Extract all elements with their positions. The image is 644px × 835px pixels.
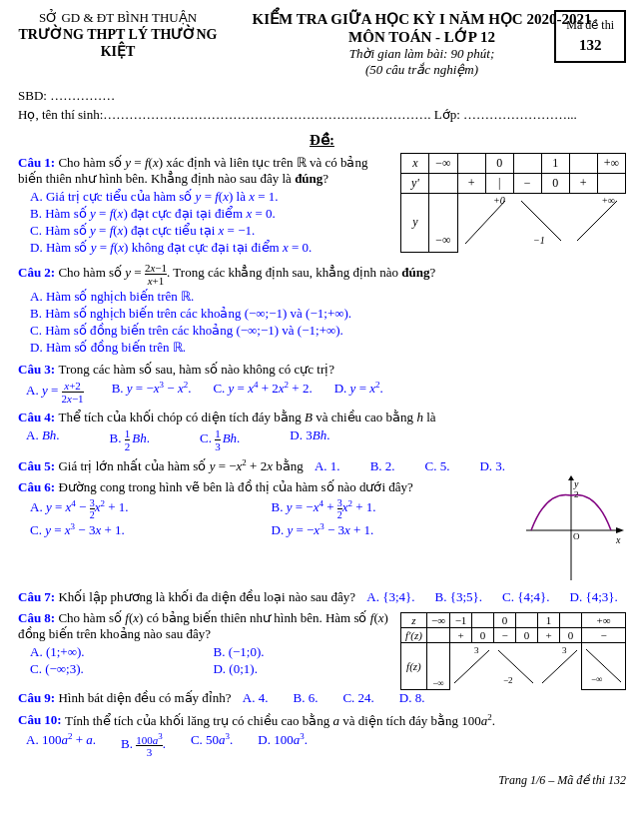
q3-answers: A. y = x+22x−1 B. y = −x3 − x2. C. y = x… xyxy=(26,380,626,405)
q4-ans-b: B. 12Bh. xyxy=(110,427,150,452)
q8-answers: A. (1;+∞). B. (−1;0). C. (−∞;3). D. (0;1… xyxy=(26,644,392,678)
bbt-q8: z −∞ −1 0 1 +∞ f'(z) + 0 − 0 + 0 − xyxy=(400,612,626,690)
bbt2-cell: −∞ xyxy=(582,643,626,690)
q2-label: Câu 2: xyxy=(18,265,58,280)
graph-q6: x y O 2 xyxy=(516,475,626,589)
q6-label: Câu 6: xyxy=(18,479,58,494)
school-name: TRƯỜNG THPT LÝ THƯỜNG KIỆT xyxy=(18,26,218,60)
bbt-cell xyxy=(457,154,485,174)
q5-ans-c: C. 5. xyxy=(425,458,450,474)
q10-ans-a: A. 100a2 + a. xyxy=(26,731,96,759)
svg-text:2: 2 xyxy=(574,489,579,499)
footer-text: Trang 1/6 – Mã đề thi 132 xyxy=(498,773,626,787)
svg-text:−1: −1 xyxy=(533,235,545,246)
bbt2-cell: + xyxy=(450,628,472,643)
bbt-cell: | xyxy=(485,174,513,194)
bbt-cell: 0 xyxy=(485,154,513,174)
bbt-q1: x −∞ 0 1 +∞ y' + | − 0 + y −∞ xyxy=(400,153,626,253)
svg-text:3: 3 xyxy=(562,645,567,655)
bbt2-cell: + xyxy=(538,628,560,643)
q1-text: Cho hàm số y = f(x) xác định và liên tục… xyxy=(18,155,367,186)
question-7: Câu 7: Khối lập phương là khối đa diện đ… xyxy=(18,589,626,605)
q3-ans-c: C. y = x4 + 2x2 + 2. xyxy=(213,380,312,405)
bbt2-cell: 0 xyxy=(516,628,538,643)
bbt-cell: −∞ xyxy=(429,194,457,253)
q10-answers: A. 100a2 + a. B. 100a33. C. 50a3. D. 100… xyxy=(26,731,626,759)
bbt-cell: +∞ xyxy=(569,194,625,253)
bbt2-cell: 0 xyxy=(472,628,494,643)
bbt-arrow2: −1 xyxy=(521,196,561,246)
q4-ans-a: A. Bh. xyxy=(26,427,60,452)
bbt2-cell: 3 xyxy=(450,643,494,690)
svg-text:−2: −2 xyxy=(503,675,513,685)
bbt2-cell: −1 xyxy=(450,613,472,628)
hoten-line: Họ, tên thí sinh:……………………………………………………………… xyxy=(18,107,626,123)
bbt-cell: y xyxy=(401,194,429,253)
bbt-cell: 1 xyxy=(541,154,569,174)
q7-ans-a: A. {3;4}. xyxy=(366,589,414,605)
svg-text:+∞: +∞ xyxy=(602,196,615,206)
q8-ans-c: C. (−∞;3). xyxy=(26,661,209,677)
bbt-cell: − xyxy=(513,174,541,194)
q1-ans-d: D. Hàm số y = f(x) không đạt cực đại tại… xyxy=(26,240,390,256)
q2-text: Cho hàm số y = 2x−1x+1. Trong các khẳng … xyxy=(58,265,435,280)
q8-ans-b: B. (−1;0). xyxy=(209,644,391,660)
q6-ans-d: D. y = −x3 − 3x + 1. xyxy=(268,521,509,538)
q4-answers: A. Bh. B. 12Bh. C. 13Bh. D. 3Bh. xyxy=(26,427,626,452)
question-1: x −∞ 0 1 +∞ y' + | − 0 + y −∞ xyxy=(18,155,626,257)
q10-text: Tính thể tích của khối lăng trụ có chiều… xyxy=(65,713,495,728)
bbt2-arrow1: 3 xyxy=(454,645,489,687)
bbt-cell: −∞ xyxy=(429,154,457,174)
q5-label: Câu 5: xyxy=(18,458,58,473)
svg-line-18 xyxy=(542,650,577,683)
bbt-cell: 0 xyxy=(541,174,569,194)
question-4: Câu 4: Thể tích của khối chóp có diện tí… xyxy=(18,410,626,452)
q3-ans-b: B. y = −x3 − x2. xyxy=(112,380,192,405)
bbt2-cell: −∞ xyxy=(426,613,449,628)
question-8: z −∞ −1 0 1 +∞ f'(z) + 0 − 0 + 0 − xyxy=(18,610,626,678)
bbt2-cell: 0 xyxy=(560,628,582,643)
bbt-cell xyxy=(569,154,597,174)
q9-ans-a: A. 4. xyxy=(243,690,269,706)
bbt2-cell: 1 xyxy=(538,613,560,628)
bbt-arrow3: +∞ xyxy=(577,196,617,246)
q9-answers: A. 4. B. 6. C. 24. D. 8. xyxy=(243,690,425,706)
q3-ans-a: A. y = x+22x−1 xyxy=(26,380,84,405)
de-title: Đề: xyxy=(18,131,626,149)
q7-text: Khối lập phương là khối đa diện đều loại… xyxy=(58,589,355,604)
bbt-cell: +∞ xyxy=(597,154,625,174)
q1-ans-b: B. Hàm số y = f(x) đạt cực đại tại điểm … xyxy=(26,206,390,222)
q3-label: Câu 3: xyxy=(18,362,58,377)
q9-ans-c: C. 24. xyxy=(342,690,373,706)
question-6: x y O 2 Câu 6: Đường cong trong hình vẽ … xyxy=(18,479,626,539)
exam-note: (50 câu trắc nghiệm) xyxy=(218,62,626,78)
q4-label: Câu 4: xyxy=(18,410,58,424)
q2-ans-a: A. Hàm số nghịch biến trên ℝ. xyxy=(26,289,626,305)
q7-ans-b: B. {3;5}. xyxy=(435,589,483,605)
header: SỞ GD & ĐT BÌNH THUẬN TRƯỜNG THPT LÝ THƯ… xyxy=(18,10,626,78)
bbt-cell: x xyxy=(401,154,429,174)
question-2: Câu 2: Cho hàm số y = 2x−1x+1. Trong các… xyxy=(18,262,626,357)
ma-de-number: 132 xyxy=(566,34,614,57)
q4-text: Thể tích của khối chóp có diện tích đáy … xyxy=(58,410,435,424)
q8-ans-a: A. (1;+∞). xyxy=(26,644,209,660)
bbt-cell: y' xyxy=(401,174,429,194)
q9-ans-d: D. 8. xyxy=(399,690,425,706)
q3-ans-d: D. y = x2. xyxy=(334,380,383,405)
bbt2-cell: 0 xyxy=(494,613,516,628)
bbt2-cell: f(z) xyxy=(400,643,426,690)
school-info: SỞ GD & ĐT BÌNH THUẬN TRƯỜNG THPT LÝ THƯ… xyxy=(18,10,218,60)
bbt-cell xyxy=(429,174,457,194)
ma-de-box: Mã đề thi 132 xyxy=(554,10,626,63)
q5-answers: A. 1. B. 2. C. 5. D. 3. xyxy=(315,458,505,474)
bbt-cell: + xyxy=(569,174,597,194)
bbt2-arrow3: 3 xyxy=(542,645,577,687)
question-5: Câu 5: Giá trị lớn nhất của hàm số y = −… xyxy=(18,457,626,474)
bbt2-cell: 3 xyxy=(538,643,582,690)
question-10: Câu 10: Tính thể tích của khối lăng trụ … xyxy=(18,711,626,758)
q10-ans-c: C. 50a3. xyxy=(191,731,233,759)
question-3: Câu 3: Trong các hàm số sau, hàm số nào … xyxy=(18,362,626,405)
ma-de-label: Mã đề thi xyxy=(566,16,614,34)
q2-ans-c: C. Hàm số đồng biến trên các khoảng (−∞;… xyxy=(26,323,626,339)
svg-line-14 xyxy=(454,650,489,683)
